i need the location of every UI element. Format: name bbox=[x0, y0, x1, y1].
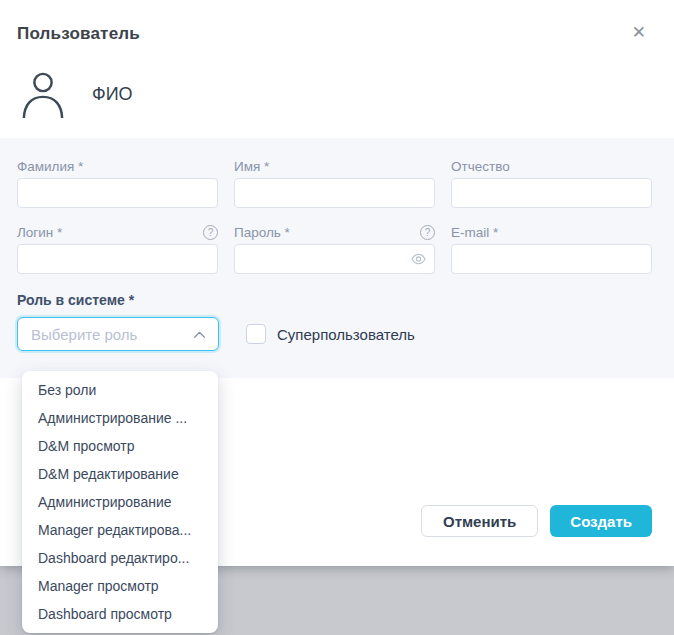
login-input[interactable] bbox=[17, 244, 218, 274]
close-icon: ✕ bbox=[632, 23, 646, 42]
create-button[interactable]: Создать bbox=[550, 505, 652, 537]
role-option-dashboard-edit[interactable]: Dashboard редактиро... bbox=[22, 544, 218, 572]
cancel-button[interactable]: Отменить bbox=[421, 505, 538, 537]
role-label: Роль в системе * bbox=[17, 292, 652, 308]
firstname-input[interactable] bbox=[234, 178, 435, 208]
field-login: Логин * ? bbox=[17, 224, 218, 274]
fio-heading: ФИО bbox=[92, 84, 133, 105]
role-option-dm-view[interactable]: D&M просмотр bbox=[22, 432, 218, 460]
role-option-manager-view[interactable]: Manager просмотр bbox=[22, 572, 218, 600]
role-option-manager-edit[interactable]: Manager редактирова... bbox=[22, 516, 218, 544]
help-icon[interactable]: ? bbox=[203, 225, 218, 240]
checkbox-icon[interactable] bbox=[246, 324, 266, 344]
modal-header: Пользователь ✕ bbox=[0, 0, 674, 44]
role-dropdown-menu: Без роли Администрирование ... D&M просм… bbox=[22, 371, 218, 633]
role-option-no-role[interactable]: Без роли bbox=[22, 376, 218, 404]
lastname-label: Фамилия * bbox=[17, 159, 83, 174]
role-select-placeholder: Выберите роль bbox=[31, 326, 137, 343]
role-option-administration-ellipsis[interactable]: Администрирование ... bbox=[22, 404, 218, 432]
user-section: ФИО bbox=[0, 44, 674, 138]
superuser-checkbox[interactable]: Суперпользователь bbox=[246, 324, 415, 344]
patronymic-label: Отчество bbox=[451, 159, 510, 174]
chevron-up-icon bbox=[193, 325, 206, 343]
role-option-dm-edit[interactable]: D&M редактирование bbox=[22, 460, 218, 488]
fields-row-1: Фамилия * Имя * Отчество bbox=[17, 158, 652, 208]
role-select[interactable]: Выберите роль bbox=[17, 317, 219, 351]
email-label: E-mail * bbox=[451, 225, 498, 240]
email-input[interactable] bbox=[451, 244, 652, 274]
lastname-input[interactable] bbox=[17, 178, 218, 208]
field-password: Пароль * ? bbox=[234, 224, 435, 274]
field-firstname: Имя * bbox=[234, 158, 435, 208]
modal-footer: Отменить Создать bbox=[421, 505, 652, 537]
page-title: Пользователь bbox=[17, 24, 140, 44]
form-section: Фамилия * Имя * Отчество Логин * ? bbox=[0, 138, 674, 378]
help-icon[interactable]: ? bbox=[420, 225, 435, 240]
field-email: E-mail * bbox=[451, 224, 652, 274]
eye-icon[interactable] bbox=[410, 252, 427, 267]
fields-row-2: Логин * ? Пароль * ? bbox=[17, 224, 652, 274]
close-button[interactable]: ✕ bbox=[630, 22, 648, 43]
password-input[interactable] bbox=[234, 244, 435, 274]
superuser-label: Суперпользователь bbox=[277, 326, 415, 343]
field-lastname: Фамилия * bbox=[17, 158, 218, 208]
field-patronymic: Отчество bbox=[451, 158, 652, 208]
role-option-administration[interactable]: Администрирование bbox=[22, 488, 218, 516]
firstname-label: Имя * bbox=[234, 159, 269, 174]
user-icon bbox=[20, 70, 66, 118]
role-option-dashboard-view[interactable]: Dashboard просмотр bbox=[22, 600, 218, 628]
password-label: Пароль * bbox=[234, 225, 290, 240]
login-label: Логин * bbox=[17, 225, 62, 240]
patronymic-input[interactable] bbox=[451, 178, 652, 208]
